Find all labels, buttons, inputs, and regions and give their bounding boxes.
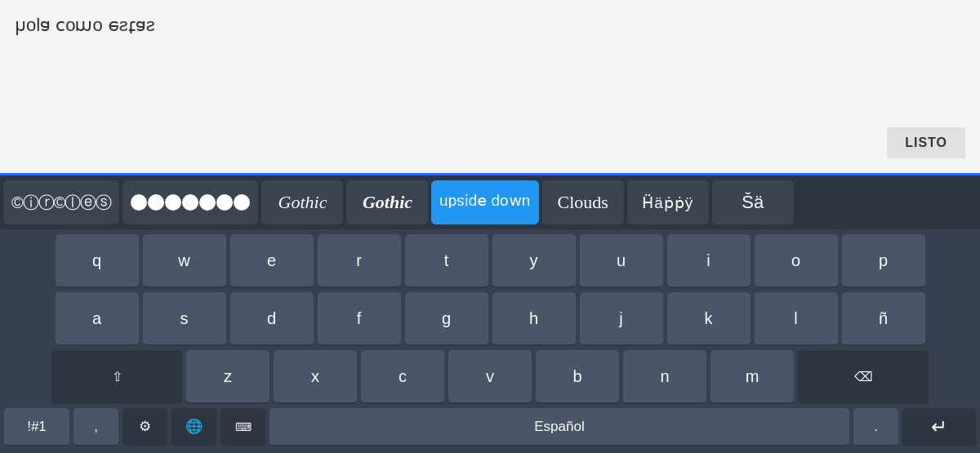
key-r[interactable]: r xyxy=(318,234,401,288)
key-w[interactable]: w xyxy=(143,234,226,288)
key-x[interactable]: x xyxy=(274,350,357,404)
keyboard-icon: ⌨ xyxy=(235,420,252,433)
font-circles-filled[interactable]: C I R C L E S xyxy=(122,180,258,224)
key-q[interactable]: q xyxy=(56,234,139,288)
gear-icon: ⚙ xyxy=(139,418,151,435)
backspace-key[interactable]: ⌫ xyxy=(798,350,929,404)
font-happy[interactable]: Ḧäṗṗÿ xyxy=(627,180,709,224)
key-row-2: a s d f g h j k l ñ xyxy=(4,292,976,346)
key-m[interactable]: m xyxy=(710,350,794,404)
key-l[interactable]: l xyxy=(755,292,838,346)
key-u[interactable]: u xyxy=(580,234,663,288)
key-d[interactable]: d xyxy=(230,292,314,346)
key-o[interactable]: o xyxy=(755,234,838,288)
font-gothic2[interactable]: Gothic xyxy=(346,180,428,224)
key-g[interactable]: g xyxy=(405,292,488,346)
key-p[interactable]: p xyxy=(842,234,925,288)
enter-icon: ↵ xyxy=(931,415,947,438)
key-b[interactable]: b xyxy=(536,350,619,404)
typed-text: sɐʇsǝ oɯoɔ ɐloɥ xyxy=(15,15,155,36)
key-y[interactable]: y xyxy=(492,234,576,288)
space-key[interactable]: Español xyxy=(270,408,849,446)
font-upsidedown[interactable]: uʍop ǝpᴉsdn xyxy=(431,180,538,224)
globe-icon: 🌐 xyxy=(185,418,203,435)
key-z[interactable]: z xyxy=(186,350,270,404)
period-key[interactable]: . xyxy=(853,408,898,446)
comma-key[interactable]: , xyxy=(74,408,118,446)
key-i[interactable]: i xyxy=(667,234,751,288)
key-v[interactable]: v xyxy=(448,350,532,404)
done-button[interactable]: LISTO xyxy=(887,127,965,158)
bottom-row: !#1 , ⚙ 🌐 ⌨ Español . ↵ xyxy=(0,404,980,453)
globe-key[interactable]: 🌐 xyxy=(172,408,216,446)
key-j[interactable]: j xyxy=(580,292,663,346)
key-s[interactable]: s xyxy=(143,292,226,346)
key-n-tilde[interactable]: ñ xyxy=(842,292,925,346)
keyboard: ©ⓘⓡ©ⓛⓔⓢ C I R C L E S Gothic Gothic uʍop… xyxy=(0,175,980,453)
key-a[interactable]: a xyxy=(56,292,139,346)
settings-key[interactable]: ⚙ xyxy=(122,408,167,446)
text-area-section: sɐʇsǝ oɯoɔ ɐloɥ LISTO xyxy=(0,0,980,175)
num-key[interactable]: !#1 xyxy=(4,408,69,446)
font-extra[interactable]: Šä xyxy=(712,180,794,224)
font-circles-outline[interactable]: ©ⓘⓡ©ⓛⓔⓢ xyxy=(3,180,119,224)
key-h[interactable]: h xyxy=(492,292,576,346)
key-t[interactable]: t xyxy=(405,234,488,288)
key-e[interactable]: e xyxy=(230,234,314,288)
key-k[interactable]: k xyxy=(667,292,751,346)
shift-key[interactable]: ⇧ xyxy=(51,350,182,404)
enter-key[interactable]: ↵ xyxy=(902,408,976,446)
font-gothic1[interactable]: Gothic xyxy=(261,180,343,224)
key-f[interactable]: f xyxy=(318,292,401,346)
keyboard-hide-key[interactable]: ⌨ xyxy=(220,408,265,446)
key-row-1: q w e r t y u i o p xyxy=(4,234,976,288)
keys-area: q w e r t y u i o p a s d f g h j k l ñ xyxy=(0,229,980,404)
key-row-3: ⇧ z x c v b n m ⌫ xyxy=(4,350,976,404)
key-c[interactable]: c xyxy=(361,350,444,404)
key-n[interactable]: n xyxy=(623,350,706,404)
font-clouds[interactable]: Clouds xyxy=(542,180,624,224)
font-style-row: ©ⓘⓡ©ⓛⓔⓢ C I R C L E S Gothic Gothic uʍop… xyxy=(0,175,980,229)
